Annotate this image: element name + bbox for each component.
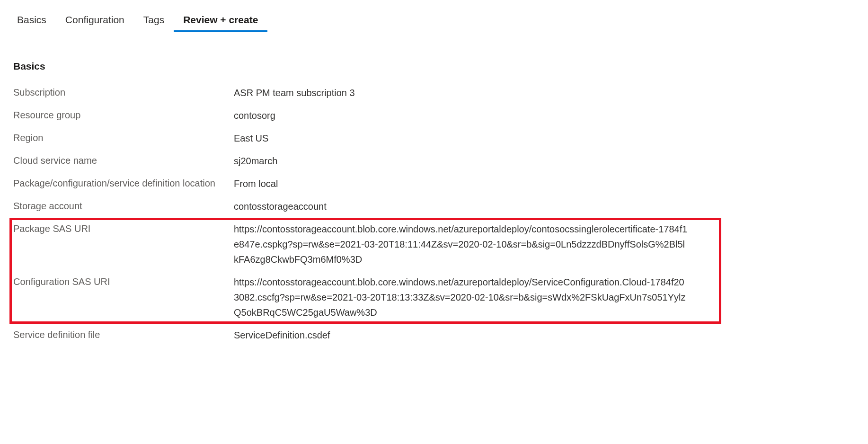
value-region: East US xyxy=(234,131,688,146)
label-resource-group: Resource group xyxy=(13,108,234,122)
value-package-sas-uri: https://contosstorageaccount.blob.core.w… xyxy=(234,222,688,267)
field-storage-account: Storage account contosstorageaccount xyxy=(13,199,863,214)
label-subscription: Subscription xyxy=(13,85,234,99)
label-cloud-service-name: Cloud service name xyxy=(13,153,234,168)
label-storage-account: Storage account xyxy=(13,199,234,213)
field-subscription: Subscription ASR PM team subscription 3 xyxy=(13,85,863,100)
value-cloud-service-name: sj20march xyxy=(234,153,688,169)
fields-container: Subscription ASR PM team subscription 3 … xyxy=(5,85,863,343)
value-storage-account: contosstorageaccount xyxy=(234,199,688,214)
value-resource-group: contosorg xyxy=(234,108,688,123)
field-package-location: Package/configuration/service definition… xyxy=(13,176,863,191)
tab-configuration[interactable]: Configuration xyxy=(56,9,134,32)
label-package-sas-uri: Package SAS URI xyxy=(13,222,234,236)
section-title-basics: Basics xyxy=(5,61,863,72)
field-package-sas-uri: Package SAS URI https://contosstorageacc… xyxy=(13,222,863,267)
label-service-definition-file: Service definition file xyxy=(13,328,234,342)
label-configuration-sas-uri: Configuration SAS URI xyxy=(13,275,234,289)
tab-basics[interactable]: Basics xyxy=(8,9,56,32)
tab-review-create[interactable]: Review + create xyxy=(174,9,267,32)
value-subscription: ASR PM team subscription 3 xyxy=(234,85,688,100)
field-region: Region East US xyxy=(13,131,863,146)
label-package-location: Package/configuration/service definition… xyxy=(13,176,234,190)
field-service-definition-file: Service definition file ServiceDefinitio… xyxy=(13,328,863,343)
field-resource-group: Resource group contosorg xyxy=(13,108,863,123)
value-configuration-sas-uri: https://contosstorageaccount.blob.core.w… xyxy=(234,275,688,320)
tab-tags[interactable]: Tags xyxy=(134,9,174,32)
tab-bar: Basics Configuration Tags Review + creat… xyxy=(5,9,863,32)
field-cloud-service-name: Cloud service name sj20march xyxy=(13,153,863,169)
value-package-location: From local xyxy=(234,176,688,191)
field-configuration-sas-uri: Configuration SAS URI https://contosstor… xyxy=(13,275,863,320)
label-region: Region xyxy=(13,131,234,145)
value-service-definition-file: ServiceDefinition.csdef xyxy=(234,328,688,343)
